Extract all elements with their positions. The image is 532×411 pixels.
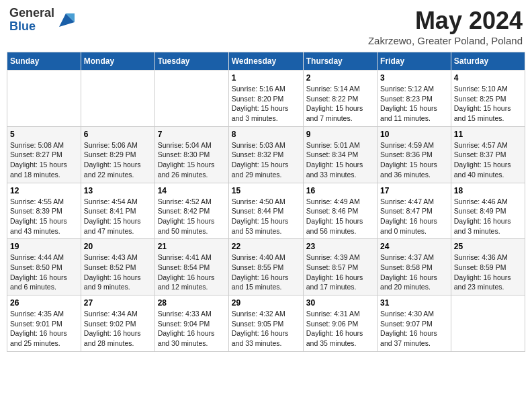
day-info: Sunrise: 5:04 AM Sunset: 8:30 PM Dayligh… bbox=[158, 140, 226, 180]
day-info: Sunrise: 4:55 AM Sunset: 8:39 PM Dayligh… bbox=[10, 197, 78, 236]
calendar-cell: 16Sunrise: 4:49 AM Sunset: 8:46 PM Dayli… bbox=[303, 183, 377, 239]
column-header-sunday: Sunday bbox=[7, 52, 81, 71]
day-number: 4 bbox=[454, 73, 522, 83]
calendar-cell: 30Sunrise: 4:31 AM Sunset: 9:06 PM Dayli… bbox=[303, 295, 377, 352]
calendar-cell: 4Sunrise: 5:10 AM Sunset: 8:25 PM Daylig… bbox=[451, 71, 525, 127]
day-number: 24 bbox=[380, 242, 448, 251]
calendar-cell: 2Sunrise: 5:14 AM Sunset: 8:22 PM Daylig… bbox=[303, 71, 377, 127]
day-info: Sunrise: 4:41 AM Sunset: 8:54 PM Dayligh… bbox=[158, 253, 226, 292]
day-info: Sunrise: 4:30 AM Sunset: 9:07 PM Dayligh… bbox=[380, 309, 448, 349]
day-number: 27 bbox=[84, 298, 152, 308]
page-header: General Blue May 2024 Zakrzewo, Greater … bbox=[7, 7, 525, 46]
day-number: 5 bbox=[10, 130, 78, 139]
calendar-cell: 9Sunrise: 5:01 AM Sunset: 8:34 PM Daylig… bbox=[303, 126, 377, 183]
day-info: Sunrise: 4:54 AM Sunset: 8:41 PM Dayligh… bbox=[84, 197, 152, 236]
calendar-cell: 20Sunrise: 4:43 AM Sunset: 8:52 PM Dayli… bbox=[81, 239, 154, 295]
calendar-week-row: 26Sunrise: 4:35 AM Sunset: 9:01 PM Dayli… bbox=[7, 295, 525, 352]
day-info: Sunrise: 4:49 AM Sunset: 8:46 PM Dayligh… bbox=[306, 197, 374, 236]
day-info: Sunrise: 4:50 AM Sunset: 8:44 PM Dayligh… bbox=[232, 197, 300, 236]
day-number: 29 bbox=[232, 298, 300, 308]
day-info: Sunrise: 4:32 AM Sunset: 9:05 PM Dayligh… bbox=[232, 309, 300, 349]
calendar-cell: 22Sunrise: 4:40 AM Sunset: 8:55 PM Dayli… bbox=[228, 239, 303, 295]
calendar-cell: 11Sunrise: 4:57 AM Sunset: 8:37 PM Dayli… bbox=[451, 126, 525, 183]
day-number: 19 bbox=[10, 242, 78, 251]
day-info: Sunrise: 4:44 AM Sunset: 8:50 PM Dayligh… bbox=[10, 253, 78, 292]
calendar-cell: 5Sunrise: 5:08 AM Sunset: 8:27 PM Daylig… bbox=[7, 126, 81, 183]
day-info: Sunrise: 4:52 AM Sunset: 8:42 PM Dayligh… bbox=[158, 197, 226, 236]
day-number: 15 bbox=[232, 186, 300, 195]
day-number: 7 bbox=[158, 130, 226, 139]
day-info: Sunrise: 4:40 AM Sunset: 8:55 PM Dayligh… bbox=[232, 253, 300, 292]
column-header-tuesday: Tuesday bbox=[154, 52, 228, 71]
calendar-cell: 23Sunrise: 4:39 AM Sunset: 8:57 PM Dayli… bbox=[303, 239, 377, 295]
calendar-cell: 1Sunrise: 5:16 AM Sunset: 8:20 PM Daylig… bbox=[228, 71, 303, 127]
calendar-cell: 24Sunrise: 4:37 AM Sunset: 8:58 PM Dayli… bbox=[378, 239, 451, 295]
day-info: Sunrise: 4:39 AM Sunset: 8:57 PM Dayligh… bbox=[306, 253, 374, 292]
day-number: 23 bbox=[306, 242, 374, 251]
day-info: Sunrise: 4:59 AM Sunset: 8:36 PM Dayligh… bbox=[380, 140, 448, 180]
day-number: 6 bbox=[84, 130, 152, 139]
calendar-cell: 12Sunrise: 4:55 AM Sunset: 8:39 PM Dayli… bbox=[7, 183, 81, 239]
day-info: Sunrise: 4:47 AM Sunset: 8:47 PM Dayligh… bbox=[380, 197, 448, 236]
title-block: May 2024 Zakrzewo, Greater Poland, Polan… bbox=[368, 7, 523, 46]
column-header-wednesday: Wednesday bbox=[228, 52, 303, 71]
calendar-cell: 3Sunrise: 5:12 AM Sunset: 8:23 PM Daylig… bbox=[378, 71, 451, 127]
day-number: 2 bbox=[306, 73, 374, 83]
day-info: Sunrise: 5:12 AM Sunset: 8:23 PM Dayligh… bbox=[380, 84, 448, 124]
calendar-cell: 31Sunrise: 4:30 AM Sunset: 9:07 PM Dayli… bbox=[378, 295, 451, 352]
calendar-week-row: 19Sunrise: 4:44 AM Sunset: 8:50 PM Dayli… bbox=[7, 239, 525, 295]
calendar-cell bbox=[451, 295, 525, 352]
logo-general-text: General bbox=[9, 7, 54, 20]
day-number: 20 bbox=[84, 242, 152, 251]
calendar-cell: 17Sunrise: 4:47 AM Sunset: 8:47 PM Dayli… bbox=[378, 183, 451, 239]
day-info: Sunrise: 4:34 AM Sunset: 9:02 PM Dayligh… bbox=[84, 309, 152, 349]
day-info: Sunrise: 5:10 AM Sunset: 8:25 PM Dayligh… bbox=[454, 84, 522, 124]
calendar-week-row: 1Sunrise: 5:16 AM Sunset: 8:20 PM Daylig… bbox=[7, 71, 525, 127]
calendar-week-row: 5Sunrise: 5:08 AM Sunset: 8:27 PM Daylig… bbox=[7, 126, 525, 183]
calendar-cell: 21Sunrise: 4:41 AM Sunset: 8:54 PM Dayli… bbox=[154, 239, 228, 295]
calendar-cell bbox=[81, 71, 154, 127]
day-info: Sunrise: 4:37 AM Sunset: 8:58 PM Dayligh… bbox=[380, 253, 448, 292]
calendar-cell: 13Sunrise: 4:54 AM Sunset: 8:41 PM Dayli… bbox=[81, 183, 154, 239]
day-number: 31 bbox=[380, 298, 448, 308]
calendar-cell bbox=[154, 71, 228, 127]
day-number: 18 bbox=[454, 186, 522, 195]
logo-blue-text: Blue bbox=[9, 20, 54, 34]
day-number: 26 bbox=[10, 298, 78, 308]
day-number: 21 bbox=[158, 242, 226, 251]
day-info: Sunrise: 4:36 AM Sunset: 8:59 PM Dayligh… bbox=[454, 253, 522, 292]
day-number: 12 bbox=[10, 186, 78, 195]
day-info: Sunrise: 5:14 AM Sunset: 8:22 PM Dayligh… bbox=[306, 84, 374, 124]
day-info: Sunrise: 5:06 AM Sunset: 8:29 PM Dayligh… bbox=[84, 140, 152, 180]
day-info: Sunrise: 4:31 AM Sunset: 9:06 PM Dayligh… bbox=[306, 309, 374, 349]
column-header-thursday: Thursday bbox=[303, 52, 377, 71]
day-number: 22 bbox=[232, 242, 300, 251]
logo: General Blue bbox=[9, 7, 76, 34]
calendar-table: SundayMondayTuesdayWednesdayThursdayFrid… bbox=[7, 52, 525, 352]
day-number: 3 bbox=[380, 73, 448, 83]
calendar-cell: 14Sunrise: 4:52 AM Sunset: 8:42 PM Dayli… bbox=[154, 183, 228, 239]
calendar-cell: 7Sunrise: 5:04 AM Sunset: 8:30 PM Daylig… bbox=[154, 126, 228, 183]
calendar-cell: 27Sunrise: 4:34 AM Sunset: 9:02 PM Dayli… bbox=[81, 295, 154, 352]
day-info: Sunrise: 4:33 AM Sunset: 9:04 PM Dayligh… bbox=[158, 309, 226, 349]
day-number: 8 bbox=[232, 130, 300, 139]
day-number: 1 bbox=[232, 73, 300, 83]
calendar-cell: 19Sunrise: 4:44 AM Sunset: 8:50 PM Dayli… bbox=[7, 239, 81, 295]
calendar-cell: 29Sunrise: 4:32 AM Sunset: 9:05 PM Dayli… bbox=[228, 295, 303, 352]
day-number: 14 bbox=[158, 186, 226, 195]
day-number: 28 bbox=[158, 298, 226, 308]
day-number: 30 bbox=[306, 298, 374, 308]
day-number: 9 bbox=[306, 130, 374, 139]
day-info: Sunrise: 4:43 AM Sunset: 8:52 PM Dayligh… bbox=[84, 253, 152, 292]
calendar-cell: 28Sunrise: 4:33 AM Sunset: 9:04 PM Dayli… bbox=[154, 295, 228, 352]
logo-icon bbox=[56, 10, 76, 30]
calendar-cell: 26Sunrise: 4:35 AM Sunset: 9:01 PM Dayli… bbox=[7, 295, 81, 352]
calendar-cell: 18Sunrise: 4:46 AM Sunset: 8:49 PM Dayli… bbox=[451, 183, 525, 239]
calendar-cell: 10Sunrise: 4:59 AM Sunset: 8:36 PM Dayli… bbox=[378, 126, 451, 183]
day-number: 10 bbox=[380, 130, 448, 139]
day-info: Sunrise: 5:08 AM Sunset: 8:27 PM Dayligh… bbox=[10, 140, 78, 180]
day-info: Sunrise: 4:35 AM Sunset: 9:01 PM Dayligh… bbox=[10, 309, 78, 349]
day-number: 17 bbox=[380, 186, 448, 195]
location-text: Zakrzewo, Greater Poland, Poland bbox=[368, 35, 523, 46]
column-header-friday: Friday bbox=[378, 52, 451, 71]
